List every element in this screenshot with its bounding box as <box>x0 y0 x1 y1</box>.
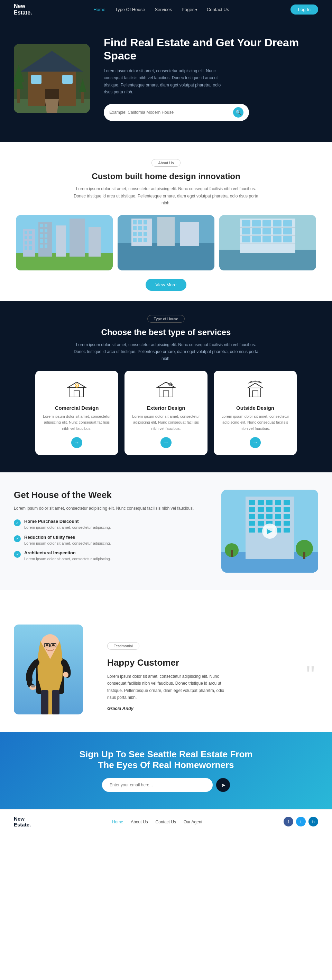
about-images <box>14 215 318 270</box>
service-btn-outside[interactable]: → <box>250 437 261 448</box>
services-section: Type of House Choose the best type of se… <box>0 301 332 473</box>
svg-rect-45 <box>138 226 142 230</box>
footer-link-agent[interactable]: Our Agent <box>184 819 202 824</box>
navbar-logo: New Estate. <box>14 3 32 16</box>
facebook-icon[interactable]: f <box>284 817 293 826</box>
about-image-3 <box>219 215 316 270</box>
svg-rect-90 <box>253 391 258 397</box>
email-input[interactable] <box>102 778 213 792</box>
signup-button[interactable]: ➤ <box>216 778 230 792</box>
week-section: Get House of the Week Lorem ipsum dolor … <box>0 473 332 590</box>
login-button[interactable]: Log In <box>291 5 318 14</box>
svg-rect-8 <box>17 89 20 103</box>
svg-rect-100 <box>257 507 264 512</box>
nav-services[interactable]: Services <box>154 7 172 12</box>
nav-type-house[interactable]: Type Of House <box>115 7 145 12</box>
signup-title: Sign Up To See Seattle Real Estate From … <box>73 749 259 770</box>
footer-link-contact[interactable]: Contact Us <box>156 819 176 824</box>
svg-rect-52 <box>143 238 147 242</box>
nav-pages[interactable]: Pages <box>181 7 197 12</box>
testimonial-section: Testimonial Happy Customer Lorem ipsum d… <box>0 590 332 732</box>
svg-rect-133 <box>41 690 48 714</box>
svg-rect-88 <box>250 388 261 397</box>
svg-rect-54 <box>180 222 199 246</box>
svg-line-86 <box>171 383 172 383</box>
linkedin-icon[interactable]: in <box>308 817 318 826</box>
nav-home[interactable]: Home <box>94 7 105 12</box>
feature-2-title: Reduction of utility fees <box>24 535 111 540</box>
services-cards: $ Comercial Design Lorem ipsum dolor sit… <box>14 371 318 455</box>
about-badge: About Us <box>151 159 180 167</box>
person-figure <box>17 617 83 714</box>
week-feature-1: ✓ Home Purchase Discount Lorem ipsum dol… <box>14 519 208 530</box>
twitter-icon[interactable]: t <box>296 817 306 826</box>
svg-rect-25 <box>40 224 43 227</box>
svg-rect-108 <box>284 514 290 519</box>
svg-rect-23 <box>29 246 32 250</box>
svg-rect-62 <box>283 220 292 226</box>
svg-rect-106 <box>266 514 273 519</box>
svg-text:$: $ <box>76 385 78 388</box>
svg-rect-20 <box>25 241 27 245</box>
svg-rect-6 <box>62 75 73 84</box>
service-title-commercial: Comercial Design <box>42 405 111 411</box>
svg-rect-64 <box>252 228 261 234</box>
svg-rect-53 <box>157 217 175 246</box>
svg-rect-32 <box>44 239 48 243</box>
feature-2-desc: Lorem ipsum dolor sit amet, consectetur … <box>24 541 111 546</box>
outside-icon <box>221 380 290 401</box>
feature-2-content: Reduction of utility fees Lorem ipsum do… <box>24 535 111 546</box>
week-feature-2: ✓ Reduction of utility fees Lorem ipsum … <box>14 535 208 546</box>
svg-rect-28 <box>44 229 48 232</box>
svg-rect-44 <box>133 226 137 230</box>
testimonial-badge: Testimonial <box>107 642 139 650</box>
footer-links: Home About Us Contact Us Our Agent <box>112 819 202 825</box>
footer-link-about[interactable]: About Us <box>131 819 148 824</box>
search-input[interactable] <box>109 110 233 115</box>
svg-rect-42 <box>138 220 142 224</box>
view-more-button[interactable]: View More <box>146 279 186 291</box>
svg-rect-22 <box>25 246 27 250</box>
service-btn-exterior[interactable]: → <box>160 437 172 448</box>
search-button[interactable]: 🔍 <box>233 107 243 118</box>
services-description: Lorem ipsum dolor sit amet, consectetur … <box>73 341 259 363</box>
testimonial-content: Testimonial Happy Customer Lorem ipsum d… <box>97 642 318 715</box>
svg-rect-63 <box>242 228 250 234</box>
feature-3-desc: Lorem ipsum dolor sit amet, consectetur … <box>24 556 111 562</box>
svg-rect-69 <box>252 236 261 242</box>
service-btn-commercial[interactable]: → <box>71 437 82 448</box>
svg-rect-118 <box>284 528 290 533</box>
svg-point-131 <box>52 644 55 646</box>
svg-rect-18 <box>25 236 27 239</box>
svg-rect-46 <box>143 226 147 230</box>
about-image-1 <box>16 215 113 270</box>
svg-rect-11 <box>81 92 84 103</box>
about-description: Lorem ipsum dolor sit amet, consectetur … <box>73 185 259 207</box>
svg-rect-68 <box>242 236 250 242</box>
service-card-exterior: Exterior Design Lorem ipsum dolor sit am… <box>124 371 208 455</box>
feature-1-title: Home Purchase Discount <box>24 519 111 524</box>
svg-rect-50 <box>133 238 137 242</box>
services-title: Choose the best type of services <box>14 328 318 337</box>
play-button[interactable]: ▶ <box>262 523 277 539</box>
feature-3-content: Architectural Inspection Lorem ipsum dol… <box>24 550 111 562</box>
services-badge: Type of House <box>147 315 185 323</box>
svg-rect-58 <box>242 220 250 226</box>
svg-rect-60 <box>262 220 271 226</box>
svg-rect-97 <box>275 500 281 505</box>
service-desc-commercial: Lorem ipsum dolor sit amet, consectetur … <box>42 414 111 432</box>
svg-rect-29 <box>40 234 43 237</box>
svg-rect-26 <box>44 224 48 227</box>
svg-rect-34 <box>44 245 48 248</box>
svg-rect-41 <box>133 220 137 224</box>
hero-title: Find Real Estate and Get Your Dream Spac… <box>104 36 318 63</box>
footer-link-home[interactable]: Home <box>112 819 123 824</box>
svg-rect-17 <box>29 231 32 234</box>
navbar: New Estate. Home Type Of House Services … <box>0 0 332 19</box>
svg-rect-19 <box>29 236 32 239</box>
week-title: Get House of the Week <box>14 490 208 500</box>
svg-marker-7 <box>45 99 59 113</box>
svg-rect-113 <box>284 521 290 526</box>
footer-logo: New Estate. <box>14 816 31 827</box>
nav-contact[interactable]: Contact Us <box>207 7 229 12</box>
